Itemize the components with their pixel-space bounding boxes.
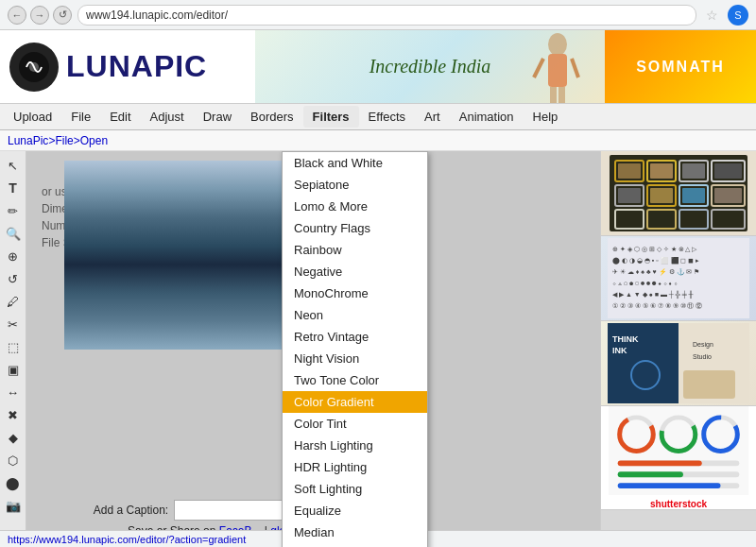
breadcrumb-sep1: >	[48, 134, 55, 147]
svg-text:⊕ ✦ ◈ ⬡ ◎ ⊞ ◇ ✧ ★ ⊗ △ ▷: ⊕ ✦ ◈ ⬡ ◎ ⊞ ◇ ✧ ★ ⊗ △ ▷	[612, 246, 697, 252]
menu-item-fire[interactable]: Fire	[283, 543, 427, 547]
nav-menu: Upload File Edit Adjust Draw Borders Fil…	[0, 104, 756, 130]
tool-text[interactable]: T	[3, 178, 24, 198]
tool-select[interactable]: ↖	[3, 155, 24, 176]
nav-animation[interactable]: Animation	[450, 106, 524, 128]
svg-text:✈ ☀ ☁ ♦ ♠ ♣ ♥ ⚡ ⚙ ⚓ ✉ ⚑: ✈ ☀ ☁ ♦ ♠ ♣ ♥ ⚡ ⚙ ⚓ ✉ ⚑	[612, 267, 699, 276]
bookmark-icon[interactable]: ☆	[702, 8, 722, 23]
menu-item-country-flags[interactable]: Country Flags	[283, 217, 427, 239]
tool-circle[interactable]: ⬤	[3, 472, 24, 493]
menu-item-soft-lighting[interactable]: Soft Lighting	[283, 478, 427, 500]
nav-file[interactable]: File	[61, 106, 100, 128]
shutterstock-text: shutterstock	[650, 499, 707, 509]
breadcrumb-file[interactable]: File	[55, 134, 73, 147]
menu-item-two-tone[interactable]: Two Tone Color	[283, 369, 427, 391]
svg-text:⬦ ⟁ ⬠ ⬟ ⬡ ⬢ ⬣ ⬤ ⬥ ⬦ ⬧ ⬨: ⬦ ⟁ ⬠ ⬟ ⬡ ⬢ ⬣ ⬤ ⬥ ⬦ ⬧ ⬨	[612, 280, 678, 286]
right-panel: ⊕ ✦ ◈ ⬡ ◎ ⊞ ◇ ✧ ★ ⊗ △ ▷ ⬤ ◐ ◑ ◒ ◓ ▪ ▫ ⬜ …	[600, 151, 756, 547]
ad-block-1	[601, 151, 756, 236]
svg-rect-24	[714, 188, 742, 203]
svg-point-2	[548, 33, 567, 56]
svg-text:INK: INK	[612, 346, 627, 355]
svg-rect-7	[558, 87, 565, 104]
tool-zoom-in[interactable]: ⊕	[3, 246, 24, 266]
svg-line-4	[534, 59, 543, 77]
header-ad: SOMNATH	[605, 30, 756, 104]
menu-item-hdr-lighting[interactable]: HDR Lighting	[283, 456, 427, 478]
menu-item-sepiatone[interactable]: Sepiatone	[283, 174, 427, 196]
menu-item-monochrome[interactable]: MonoChrome	[283, 282, 427, 304]
menu-item-harsh-lighting[interactable]: Harsh Lighting	[283, 435, 427, 456]
tool-diamond[interactable]: ◆	[3, 427, 24, 448]
tool-undo[interactable]: ↺	[3, 268, 24, 289]
status-url: https://www194.lunapic.com/editor/?actio…	[8, 534, 246, 545]
site-header: LUNAPIC Incredible India SOMNATH	[0, 30, 756, 104]
tool-crop[interactable]: ✂	[3, 314, 24, 334]
tool-zoom[interactable]: 🔍	[3, 223, 24, 244]
nav-upload[interactable]: Upload	[4, 106, 61, 128]
logo-area: LUNAPIC	[0, 43, 255, 92]
banner-text: Incredible India	[369, 56, 491, 77]
breadcrumb-sep2: >	[74, 134, 80, 147]
menu-item-color-gradient[interactable]: Color Gradient	[283, 391, 427, 413]
menu-item-median[interactable]: Median	[283, 521, 427, 543]
svg-rect-20	[650, 188, 673, 203]
left-toolbar: ↖ T ✏ 🔍 ⊕ ↺ 🖊 ✂ ⬚ ▣ ↔ ✖ ◆ ⬡ ⬤ 📷	[0, 151, 26, 547]
tool-pencil[interactable]: ✏	[3, 200, 24, 221]
menu-item-negative[interactable]: Negative	[283, 261, 427, 282]
nav-edit[interactable]: Edit	[100, 106, 140, 128]
svg-rect-56	[618, 483, 721, 488]
menu-item-retro-vintage[interactable]: Retro Vintage	[283, 326, 427, 348]
svg-rect-10	[618, 163, 641, 179]
ad-block-3: THINK INK Design Studio	[601, 321, 756, 406]
menu-item-black-and-white[interactable]: Black and White	[283, 152, 427, 174]
menu-item-night-vision[interactable]: Night Vision	[283, 348, 427, 369]
user-avatar[interactable]: S	[728, 5, 748, 26]
tool-brush[interactable]: 🖊	[3, 291, 24, 312]
ad-block-2: ⊕ ✦ ◈ ⬡ ◎ ⊞ ◇ ✧ ★ ⊗ △ ▷ ⬤ ◐ ◑ ◒ ◓ ▪ ▫ ⬜ …	[601, 236, 756, 321]
tool-rect[interactable]: ⬚	[3, 336, 24, 357]
nav-filters[interactable]: Filters	[303, 106, 359, 128]
svg-text:Studio: Studio	[693, 353, 712, 360]
nav-effects[interactable]: Effects	[359, 106, 416, 128]
nav-help[interactable]: Help	[524, 106, 568, 128]
svg-rect-18	[618, 188, 641, 203]
ad-text: SOMNATH	[636, 59, 725, 76]
nav-draw[interactable]: Draw	[194, 106, 241, 128]
image-inner	[64, 161, 282, 350]
main-layout: ↖ T ✏ 🔍 ⊕ ↺ 🖊 ✂ ⬚ ▣ ↔ ✖ ◆ ⬡ ⬤ 📷 Cro or u…	[0, 151, 756, 547]
tool-resize[interactable]: ↔	[3, 382, 24, 402]
svg-rect-14	[682, 163, 705, 179]
url-bar[interactable]	[77, 5, 696, 26]
menu-item-equalize[interactable]: Equalize	[283, 500, 427, 521]
menu-item-neon[interactable]: Neon	[283, 304, 427, 326]
tool-select-rect[interactable]: ▣	[3, 359, 24, 380]
menu-item-lomo[interactable]: Lomo & More	[283, 196, 427, 217]
tool-hex[interactable]: ⬡	[3, 450, 24, 470]
svg-text:Design: Design	[693, 341, 713, 349]
svg-rect-12	[650, 163, 673, 179]
svg-point-1	[29, 62, 39, 72]
ad-block-4: shutterstock	[601, 406, 756, 510]
svg-rect-43	[683, 370, 735, 399]
nav-art[interactable]: Art	[415, 106, 450, 128]
svg-rect-16	[714, 163, 742, 179]
tool-camera[interactable]: 📷	[3, 495, 24, 516]
forward-button[interactable]: →	[30, 6, 49, 25]
back-button[interactable]: ←	[8, 6, 26, 25]
svg-text:THINK: THINK	[612, 334, 639, 344]
svg-rect-54	[618, 471, 683, 477]
svg-text:⬤ ◐ ◑ ◒ ◓ ▪ ▫ ⬜ ⬛ ◻ ◼ ▸: ⬤ ◐ ◑ ◒ ◓ ▪ ▫ ⬜ ⬛ ◻ ◼ ▸	[612, 256, 699, 265]
menu-item-color-tint[interactable]: Color Tint	[283, 413, 427, 435]
nav-adjust[interactable]: Adjust	[141, 106, 194, 128]
image-display	[64, 161, 282, 350]
browser-bar: ← → ↺ ☆ S	[0, 0, 756, 30]
svg-rect-3	[548, 54, 567, 87]
svg-line-5	[572, 59, 578, 77]
tool-close[interactable]: ✖	[3, 404, 24, 425]
reload-button[interactable]: ↺	[53, 6, 72, 25]
breadcrumb-lunapic[interactable]: LunaPic	[8, 134, 48, 147]
breadcrumb: LunaPic > File > Open	[0, 130, 756, 151]
menu-item-rainbow[interactable]: Rainbow	[283, 239, 427, 261]
nav-borders[interactable]: Borders	[241, 106, 303, 128]
logo-icon	[9, 43, 59, 92]
